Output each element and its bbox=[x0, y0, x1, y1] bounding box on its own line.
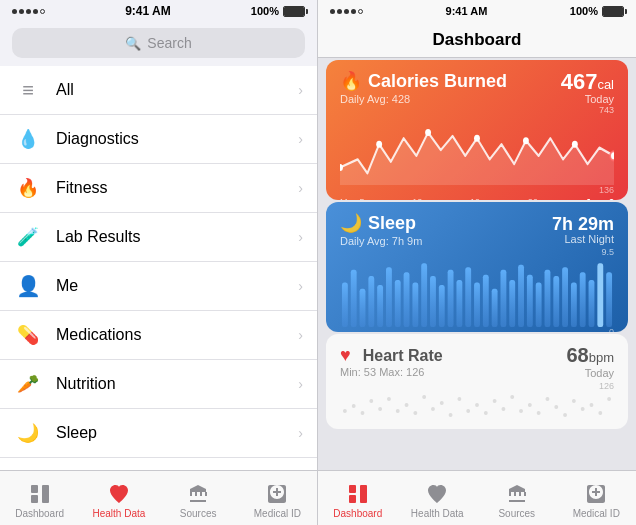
calories-icon: 🔥 bbox=[340, 70, 362, 92]
medical-id-tab-icon-right bbox=[584, 482, 608, 506]
svg-point-43 bbox=[352, 404, 356, 408]
calories-value-block: 467cal Today bbox=[561, 71, 614, 105]
heart-rate-card[interactable]: ♥ Heart Rate Min: 53 Max: 126 68bpm Toda… bbox=[326, 334, 628, 429]
menu-label-all: All bbox=[56, 81, 298, 99]
svg-rect-11 bbox=[342, 282, 348, 327]
sleep-icon: 🌙 bbox=[14, 419, 42, 447]
tab-label-health-left: Health Data bbox=[92, 508, 145, 519]
svg-rect-30 bbox=[509, 280, 515, 327]
chevron-diagnostics: › bbox=[298, 131, 303, 147]
sleep-value: 7h 29m bbox=[552, 215, 614, 233]
svg-rect-37 bbox=[571, 282, 577, 327]
menu-item-nutrition[interactable]: 🥕 Nutrition › bbox=[0, 360, 317, 409]
menu-label-me: Me bbox=[56, 277, 298, 295]
menu-item-all[interactable]: ≡ All › bbox=[0, 66, 317, 115]
tab-label-sources-right: Sources bbox=[498, 508, 535, 519]
menu-item-me[interactable]: 👤 Me › bbox=[0, 262, 317, 311]
search-bar[interactable]: 🔍 Search bbox=[12, 28, 305, 58]
sleep-header: 🌙 Sleep Daily Avg: 7h 9m 7h 29m Last Nig… bbox=[340, 212, 614, 247]
tab-medical-id-right[interactable]: Medical ID bbox=[557, 478, 637, 519]
menu-item-fitness[interactable]: 🔥 Fitness › bbox=[0, 164, 317, 213]
tab-sources-right[interactable]: Sources bbox=[477, 478, 557, 519]
menu-item-medications[interactable]: 💊 Medications › bbox=[0, 311, 317, 360]
svg-point-42 bbox=[343, 409, 347, 413]
page-title: Dashboard bbox=[433, 30, 522, 50]
health-data-tab-icon-right bbox=[425, 482, 449, 506]
sleep-card-icon: 🌙 bbox=[340, 212, 362, 234]
svg-rect-29 bbox=[500, 270, 506, 327]
heart-subtitle: Min: 53 Max: 126 bbox=[340, 366, 443, 378]
svg-rect-26 bbox=[474, 282, 480, 327]
svg-rect-36 bbox=[562, 267, 568, 327]
calories-subtitle: Daily Avg: 428 bbox=[340, 93, 507, 105]
menu-item-vitals[interactable]: 🩺 Vitals › bbox=[0, 458, 317, 470]
svg-rect-32 bbox=[527, 275, 533, 327]
heart-title: Heart Rate bbox=[363, 347, 443, 365]
tab-medical-id-left[interactable]: Medical ID bbox=[238, 478, 317, 519]
svg-rect-40 bbox=[597, 263, 603, 327]
tab-dashboard-right[interactable]: Dashboard bbox=[318, 478, 398, 519]
heart-title-row: ♥ Heart Rate Min: 53 Max: 126 bbox=[340, 345, 443, 378]
menu-item-sleep[interactable]: 🌙 Sleep › bbox=[0, 409, 317, 458]
status-right-right: 100% bbox=[570, 5, 624, 17]
tab-health-data-left[interactable]: Health Data bbox=[79, 478, 158, 519]
svg-point-54 bbox=[449, 413, 453, 417]
signal-right bbox=[330, 9, 363, 14]
svg-rect-22 bbox=[439, 285, 445, 327]
sleep-card[interactable]: 🌙 Sleep Daily Avg: 7h 9m 7h 29m Last Nig… bbox=[326, 202, 628, 332]
right-phone: 9:41 AM 100% Dashboard 🔥 Calories Burned… bbox=[318, 0, 636, 525]
svg-point-9 bbox=[572, 141, 578, 148]
menu-item-lab[interactable]: 🧪 Lab Results › bbox=[0, 213, 317, 262]
svg-rect-21 bbox=[430, 276, 436, 327]
menu-list: ≡ All › 💧 Diagnostics › 🔥 Fitness › 🧪 La… bbox=[0, 66, 317, 470]
tab-sources-left[interactable]: Sources bbox=[159, 478, 238, 519]
tab-dashboard-left[interactable]: Dashboard bbox=[0, 478, 79, 519]
svg-point-72 bbox=[607, 397, 611, 401]
sleep-title: Sleep bbox=[368, 213, 416, 234]
sleep-chart-min: 0 bbox=[340, 327, 614, 332]
svg-point-53 bbox=[440, 401, 444, 405]
svg-point-8 bbox=[523, 137, 529, 144]
cal-date-0: May 5 bbox=[340, 197, 365, 200]
menu-item-diagnostics[interactable]: 💧 Diagnostics › bbox=[0, 115, 317, 164]
svg-point-51 bbox=[422, 395, 426, 399]
svg-point-58 bbox=[484, 411, 488, 415]
svg-rect-25 bbox=[465, 267, 471, 327]
chevron-medications: › bbox=[298, 327, 303, 343]
heart-card-icon: ♥ bbox=[340, 345, 351, 366]
calories-card[interactable]: 🔥 Calories Burned Daily Avg: 428 467cal … bbox=[326, 60, 628, 200]
status-bar-right: 9:41 AM 100% bbox=[318, 0, 636, 22]
svg-rect-39 bbox=[589, 280, 595, 327]
heart-header: ♥ Heart Rate Min: 53 Max: 126 68bpm Toda… bbox=[340, 344, 614, 379]
svg-point-64 bbox=[537, 411, 541, 415]
calories-chart-max: 743 bbox=[340, 105, 614, 115]
diagnostics-icon: 💧 bbox=[14, 125, 42, 153]
search-placeholder: Search bbox=[147, 35, 191, 51]
nutrition-icon: 🥕 bbox=[14, 370, 42, 398]
dot3 bbox=[26, 9, 31, 14]
svg-point-61 bbox=[510, 395, 514, 399]
dot1 bbox=[12, 9, 17, 14]
chevron-all: › bbox=[298, 82, 303, 98]
heart-chart bbox=[340, 391, 614, 421]
dot5 bbox=[40, 9, 45, 14]
svg-point-62 bbox=[519, 409, 523, 413]
dot2 bbox=[19, 9, 24, 14]
sleep-chart bbox=[340, 257, 614, 327]
svg-rect-20 bbox=[421, 263, 427, 327]
cal-date-1: 12 bbox=[412, 197, 422, 200]
svg-rect-24 bbox=[456, 280, 462, 327]
svg-rect-15 bbox=[377, 285, 383, 327]
tab-health-data-right[interactable]: Health Data bbox=[398, 478, 478, 519]
svg-rect-12 bbox=[351, 270, 357, 327]
svg-rect-18 bbox=[404, 272, 410, 327]
svg-rect-2 bbox=[42, 485, 49, 503]
svg-point-56 bbox=[466, 409, 470, 413]
heart-chart-max: 126 bbox=[340, 381, 614, 391]
svg-point-60 bbox=[501, 407, 505, 411]
svg-point-52 bbox=[431, 407, 435, 411]
svg-rect-74 bbox=[349, 485, 356, 493]
tab-label-health-right: Health Data bbox=[411, 508, 464, 519]
heart-value-block: 68bpm Today bbox=[566, 344, 614, 379]
sleep-subtitle: Daily Avg: 7h 9m bbox=[340, 235, 422, 247]
